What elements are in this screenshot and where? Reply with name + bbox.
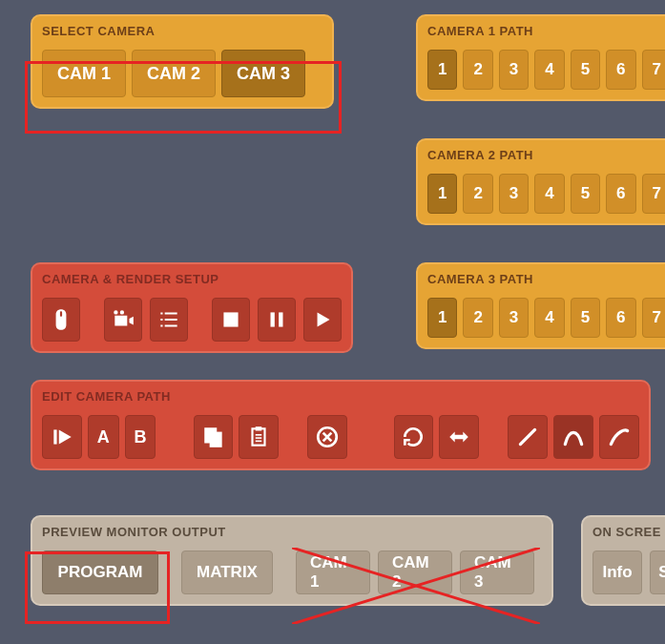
cam1-path-7[interactable]: 7 (642, 50, 665, 90)
clipboard-icon (246, 425, 271, 449)
pause-button[interactable] (258, 298, 296, 342)
cam1-path-4[interactable]: 4 (534, 50, 564, 90)
cam2-path-3[interactable]: 3 (499, 174, 529, 214)
pause-icon (264, 307, 289, 332)
arrows-horizontal-icon (447, 425, 471, 449)
on-screen-info-button[interactable]: Info (592, 551, 642, 594)
cam2-path-1[interactable]: 1 (427, 174, 457, 214)
curve-icon (561, 425, 586, 449)
cam3-path-4[interactable]: 4 (534, 298, 564, 338)
camera-render-setup-title: CAMERA & RENDER SETUP (42, 272, 342, 286)
play-button[interactable] (303, 298, 342, 342)
camera-settings-button[interactable] (104, 298, 142, 342)
list-settings-button[interactable] (150, 298, 188, 342)
cam1-path-1[interactable]: 1 (427, 50, 457, 90)
on-screen-s-button[interactable]: S (650, 551, 665, 594)
camera-3-path-title: CAMERA 3 PATH (427, 272, 665, 286)
point-b-button[interactable]: B (125, 415, 156, 459)
camera-1-button[interactable]: CAM 1 (42, 50, 126, 97)
cam2-path-6[interactable]: 6 (606, 174, 635, 214)
camera-1-path-title: CAMERA 1 PATH (427, 24, 665, 38)
mouse-settings-button[interactable] (42, 298, 80, 342)
stop-icon (218, 307, 243, 332)
cam3-path-3[interactable]: 3 (499, 298, 529, 338)
edit-camera-path-title: EDIT CAMERA PATH (42, 389, 639, 404)
select-camera-panel: SELECT CAMERA CAM 1 CAM 2 CAM 3 (31, 14, 334, 109)
camera-2-path-panel: CAMERA 2 PATH 1 2 3 4 5 6 7 (416, 138, 665, 225)
camera-3-path-panel: CAMERA 3 PATH 1 2 3 4 5 6 7 (416, 262, 665, 349)
loop-icon (401, 425, 426, 449)
svg-rect-2 (279, 312, 282, 326)
play-bar-icon (50, 425, 74, 449)
cam2-path-2[interactable]: 2 (463, 174, 492, 214)
camera-1-path-panel: CAMERA 1 PATH 1 2 3 4 5 6 7 (416, 14, 665, 101)
preview-monitor-title: PREVIEW MONITOR OUTPUT (42, 525, 542, 539)
cam3-path-5[interactable]: 5 (571, 298, 600, 338)
loop-button[interactable] (394, 415, 434, 459)
preview-matrix-button[interactable]: MATRIX (181, 551, 273, 594)
point-a-button[interactable]: A (88, 415, 119, 459)
svg-rect-1 (270, 312, 274, 326)
preview-monitor-panel: PREVIEW MONITOR OUTPUT PROGRAM MATRIX CA… (31, 515, 553, 606)
camera-render-setup-panel: CAMERA & RENDER SETUP (31, 262, 353, 353)
select-camera-title: SELECT CAMERA (42, 24, 322, 38)
cam2-path-7[interactable]: 7 (642, 174, 665, 214)
on-screen-title: ON SCREE (592, 525, 665, 539)
paste-button[interactable] (239, 415, 279, 459)
svg-rect-3 (53, 429, 56, 444)
stop-button[interactable] (212, 298, 250, 342)
curve-linear-button[interactable] (508, 415, 548, 459)
mouse-icon (49, 307, 73, 332)
preview-program-button[interactable]: PROGRAM (42, 551, 158, 594)
cam2-path-4[interactable]: 4 (534, 174, 564, 214)
delete-button[interactable] (307, 415, 347, 459)
svg-line-14 (521, 429, 535, 444)
copy-button[interactable] (194, 415, 234, 459)
cam3-path-2[interactable]: 2 (463, 298, 492, 338)
camera-2-path-title: CAMERA 2 PATH (427, 148, 665, 162)
cam2-path-5[interactable]: 5 (571, 174, 600, 214)
arc-icon (607, 425, 632, 449)
svg-rect-7 (256, 426, 262, 430)
preview-cam2-button[interactable]: CAM 2 (378, 551, 452, 594)
play-icon (310, 307, 335, 332)
cam1-path-3[interactable]: 3 (499, 50, 529, 90)
camera-2-button[interactable]: CAM 2 (132, 50, 216, 97)
preview-cam3-button[interactable]: CAM 3 (460, 551, 534, 594)
line-icon (515, 425, 540, 449)
camera-film-icon (111, 307, 135, 332)
svg-rect-0 (223, 312, 238, 326)
cam1-path-6[interactable]: 6 (606, 50, 635, 90)
camera-3-button[interactable]: CAM 3 (221, 50, 305, 97)
svg-rect-6 (253, 428, 265, 445)
move-button[interactable] (439, 415, 479, 459)
curve-smooth-button[interactable] (553, 415, 593, 459)
list-icon (156, 307, 181, 332)
delete-circle-icon (315, 425, 340, 449)
cam1-path-2[interactable]: 2 (463, 50, 492, 90)
curve-ease-button[interactable] (599, 415, 639, 459)
on-screen-panel: ON SCREE Info S (581, 515, 665, 606)
cam1-path-5[interactable]: 5 (571, 50, 600, 90)
cam3-path-1[interactable]: 1 (427, 298, 457, 338)
preview-cam1-button[interactable]: CAM 1 (296, 551, 370, 594)
copy-icon (201, 425, 226, 449)
cam3-path-6[interactable]: 6 (606, 298, 635, 338)
cam3-path-7[interactable]: 7 (642, 298, 665, 338)
svg-rect-5 (210, 433, 220, 447)
play-from-start-button[interactable] (42, 415, 82, 459)
edit-camera-path-panel: EDIT CAMERA PATH A B (31, 380, 651, 470)
